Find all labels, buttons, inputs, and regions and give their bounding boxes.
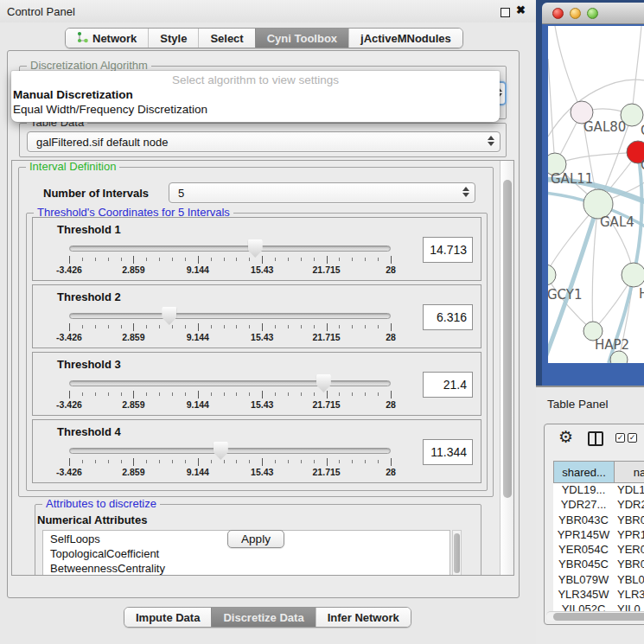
network-graph: GAL80GCGAL11GAL4GCY1HHAP2	[548, 26, 644, 363]
threshold-value-field[interactable]: 14.713	[423, 237, 473, 263]
table-scrollbar-thumb[interactable]	[553, 613, 644, 621]
tab-select[interactable]: Select	[198, 29, 254, 48]
number-of-intervals-label: Number of Intervals	[43, 187, 169, 200]
dropdown-option-manual[interactable]: Manual Discretization	[11, 88, 500, 103]
slider-thumb[interactable]	[214, 442, 228, 460]
minimize-traffic-light[interactable]	[570, 8, 581, 19]
slider-track[interactable]	[69, 313, 391, 319]
column-header-shared-name[interactable]: shared...	[553, 461, 614, 483]
cell-shared-name[interactable]: YPR145W	[553, 528, 614, 543]
cell-shared-name[interactable]: YDR27...	[553, 498, 614, 513]
network-edge[interactable]	[555, 26, 582, 112]
tick-mark	[301, 392, 302, 396]
cell-name[interactable]: YLR3	[614, 588, 644, 603]
columns-icon[interactable]	[588, 431, 603, 446]
table-data-combobox[interactable]: galFiltered.sif default node	[27, 131, 501, 152]
attributes-scrollbar-thumb[interactable]	[454, 533, 460, 573]
network-edge[interactable]	[632, 26, 641, 115]
cell-shared-name[interactable]: YLR345W	[553, 588, 614, 603]
table-row[interactable]: YBL079WYBL0	[553, 573, 644, 588]
threshold-value-field[interactable]: 6.316	[423, 304, 473, 330]
cell-shared-name[interactable]: YER054C	[553, 543, 614, 558]
number-of-intervals-combobox[interactable]: 5	[169, 182, 475, 203]
tab-label: Discretize Data	[223, 611, 303, 624]
checkbox-icon[interactable]: ✓	[628, 433, 637, 443]
table-row[interactable]: YPR145WYPR1	[553, 528, 644, 543]
tick-mark	[391, 323, 392, 331]
tab-infer-network[interactable]: Infer Network	[316, 608, 411, 627]
table-row[interactable]: YDR27...YDR2	[553, 498, 644, 513]
attribute-list-item[interactable]: TopologicalCoefficient	[50, 547, 450, 562]
cell-shared-name[interactable]: YBR045C	[553, 558, 614, 572]
node-right-mid[interactable]	[622, 263, 644, 287]
cell-shared-name[interactable]: YBR043C	[553, 513, 614, 528]
cell-name[interactable]: YDR2	[614, 498, 644, 513]
slider-thumb[interactable]	[248, 239, 263, 258]
tick-mark	[262, 391, 263, 399]
table-row[interactable]: YIL052CYIL0	[553, 603, 644, 611]
tick-mark	[365, 325, 366, 328]
checkbox-icon[interactable]: ✓	[615, 433, 625, 443]
node-gcy1[interactable]	[548, 265, 556, 285]
network-canvas[interactable]: GAL80GCGAL11GAL4GCY1HHAP2	[548, 26, 644, 363]
tick-mark	[327, 458, 328, 466]
tab-label: Impute Data	[136, 611, 200, 624]
zoom-traffic-light[interactable]	[587, 8, 598, 19]
threshold-label: Threshold 3	[57, 358, 121, 371]
attributes-list-scrollbar[interactable]	[452, 530, 462, 575]
gear-icon[interactable]: ⚙	[558, 429, 573, 446]
tick-label: -3.426	[56, 265, 82, 275]
interval-definition-group: Interval Definition Number of Intervals …	[18, 167, 494, 497]
cell-name[interactable]: YBR0	[614, 513, 644, 528]
tab-style[interactable]: Style	[148, 29, 198, 48]
network-edge[interactable]	[548, 59, 555, 164]
cell-name[interactable]: YDL1	[614, 483, 644, 498]
table-row[interactable]: YLR345WYLR3	[553, 588, 644, 603]
tab-cyni-toolbox[interactable]: Cyni Toolbox	[255, 29, 348, 48]
network-window-titlebar[interactable]	[542, 3, 644, 24]
tick-mark	[82, 392, 83, 396]
network-edge[interactable]	[555, 152, 638, 164]
table-row[interactable]: YBR045CYBR0	[553, 558, 644, 572]
settings-vertical-scrollbar[interactable]	[500, 161, 513, 575]
slider-thumb[interactable]	[316, 374, 331, 392]
cell-name[interactable]: YER0	[614, 543, 644, 558]
numerical-attributes-label: Numerical Attributes	[37, 513, 147, 526]
slider-thumb[interactable]	[162, 307, 176, 325]
threshold-value-field[interactable]: 21.4	[423, 372, 473, 398]
tab-network[interactable]: Network	[66, 29, 148, 48]
tick-mark	[121, 325, 122, 328]
dropdown-option-equal-width[interactable]: Equal Width/Frequency Discretization	[11, 103, 500, 118]
algorithm-dropdown-popup: Select algorithm to view settings Manual…	[11, 71, 500, 122]
table-horizontal-scrollbar[interactable]	[546, 611, 644, 621]
control-panel-titlebar: Control Panel ✖	[0, 0, 536, 22]
close-traffic-light[interactable]	[552, 8, 564, 19]
attribute-list-item[interactable]: BetweennessCentrality	[50, 562, 450, 575]
cell-shared-name[interactable]: YIL052C	[553, 603, 614, 611]
float-window-icon[interactable]	[501, 8, 510, 17]
tab-impute-data[interactable]: Impute Data	[124, 608, 211, 627]
tick-mark	[211, 460, 212, 463]
cell-name[interactable]: YBR0	[614, 558, 644, 572]
cell-name[interactable]: YBL0	[614, 573, 644, 588]
slider-track[interactable]	[69, 448, 391, 454]
dropdown-placeholder-item[interactable]: Select algorithm to view settings	[11, 73, 500, 88]
slider-track[interactable]	[69, 380, 391, 386]
tick-mark	[314, 460, 315, 463]
settings-scrollbar-thumb[interactable]	[503, 180, 512, 498]
close-icon[interactable]: ✖	[516, 3, 526, 16]
table-row[interactable]: YDL19...YDL1	[553, 483, 644, 498]
column-header-name[interactable]: na	[614, 461, 644, 483]
tab-discretize-data[interactable]: Discretize Data	[211, 608, 315, 627]
tick-mark	[378, 392, 379, 396]
cell-shared-name[interactable]: YBL079W	[553, 573, 614, 588]
apply-button[interactable]: Apply	[227, 530, 284, 548]
threshold-value-field[interactable]: 11.344	[423, 439, 473, 465]
table-row[interactable]: YBR043CYBR0	[553, 513, 644, 528]
slider-track[interactable]	[69, 245, 391, 252]
tab-jactivemnodules[interactable]: jActiveMNodules	[348, 29, 462, 48]
cell-name[interactable]: YPR1	[614, 528, 644, 543]
cell-shared-name[interactable]: YDL19...	[553, 483, 614, 498]
cell-name[interactable]: YIL0	[614, 603, 644, 611]
table-row[interactable]: YER054CYER0	[553, 543, 644, 558]
